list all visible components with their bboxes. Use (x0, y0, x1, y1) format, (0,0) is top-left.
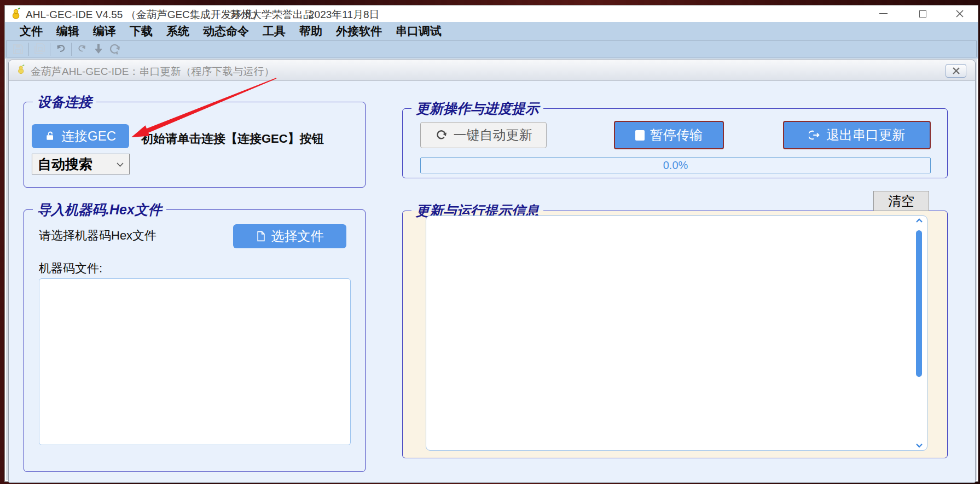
update-progress-group-title: 更新操作与进度提示 (411, 100, 543, 116)
serial-update-dialog: 金葫芦AHL-GEC-IDE：串口更新（程序下载与运行） 设备连接 (8, 60, 976, 483)
toolbar-inner (6, 40, 977, 57)
undo-icon (54, 43, 67, 56)
dialog-title: 金葫芦AHL-GEC-IDE：串口更新（程序下载与运行） (31, 65, 274, 79)
auto-update-button[interactable]: 一键自动更新 (420, 122, 547, 148)
update-progress-group: 更新操作与进度提示 一键自动更新 暂停传输 (402, 108, 948, 178)
minimize-icon (879, 13, 888, 14)
app-title: AHL-GEC-IDE V4.55 （金葫芦GEC集成开发环境） (26, 8, 263, 22)
menu-edit[interactable]: 编辑 (56, 24, 79, 39)
menu-download[interactable]: 下载 (130, 24, 153, 39)
save-all-icon (33, 43, 46, 56)
hex-import-group: 导入机器码.Hex文件 请选择机器码Hex文件 选择文件 机器码文件: (24, 209, 366, 472)
gourd-app-icon (10, 8, 22, 20)
redo-button[interactable] (74, 42, 90, 56)
auto-update-label: 一键自动更新 (454, 126, 532, 144)
undo-button[interactable] (53, 42, 69, 56)
log-group: 更新与运行提示信息 清空 (402, 211, 948, 458)
menu-serial-debug[interactable]: 串口调试 (396, 24, 442, 39)
pause-transfer-button[interactable]: 暂停传输 (614, 121, 724, 149)
log-scrollbar[interactable] (914, 218, 924, 448)
mdi-client: 金葫芦AHL-GEC-IDE：串口更新（程序下载与运行） 设备连接 (6, 59, 977, 480)
toolbar-separator (28, 43, 29, 56)
menu-dynamic-command[interactable]: 动态命令 (203, 24, 249, 39)
device-connect-group: 设备连接 连接GEC 初始请单击连接【连接GEC】按钮 自动搜索 (24, 102, 366, 188)
save-all-button[interactable] (31, 42, 48, 56)
scroll-up-icon[interactable] (915, 218, 923, 223)
desktop: AHL-GEC-IDE V4.55 （金葫芦GEC集成开发环境） 苏州大学荣誉出… (0, 0, 980, 484)
maximize-icon (919, 10, 926, 18)
pause-transfer-label: 暂停传输 (650, 126, 703, 144)
menu-compile[interactable]: 编译 (93, 24, 116, 39)
menubar: 文件 编辑 编译 下载 系统 动态命令 工具 帮助 外接软件 串口调试 (5, 22, 978, 40)
menu-help[interactable]: 帮助 (299, 24, 322, 39)
menu-tools[interactable]: 工具 (263, 24, 286, 39)
download-to-board-button[interactable] (90, 42, 107, 56)
stop-square-icon (635, 130, 645, 141)
exit-serial-update-label: 退出串口更新 (826, 126, 905, 144)
connect-hint: 初始请单击连接【连接GEC】按钮 (141, 131, 324, 147)
toolbar-separator (71, 43, 72, 56)
dialog-close-icon (953, 67, 960, 74)
scroll-down-icon[interactable] (915, 443, 923, 448)
download-icon (92, 43, 105, 56)
app-window: AHL-GEC-IDE V4.55 （金葫芦GEC集成开发环境） 苏州大学荣誉出… (4, 5, 978, 482)
log-textbox[interactable] (426, 215, 927, 451)
refresh-icon (108, 43, 121, 56)
app-date: 2023年11月8日 (309, 8, 380, 22)
redo-icon (76, 43, 88, 55)
menu-file[interactable]: 文件 (20, 24, 43, 39)
progress-bar: 0.0% (420, 158, 931, 173)
scrollbar-thumb[interactable] (916, 230, 922, 377)
hex-prompt: 请选择机器码Hex文件 (39, 228, 156, 244)
lock-icon (45, 131, 56, 142)
close-button[interactable] (947, 5, 972, 22)
progress-text: 0.0% (663, 159, 688, 172)
port-select-value: 自动搜索 (38, 155, 92, 173)
chevron-down-icon (117, 162, 124, 167)
exit-serial-update-button[interactable]: 退出串口更新 (783, 121, 931, 149)
file-icon (256, 231, 266, 242)
port-select[interactable]: 自动搜索 (32, 154, 130, 174)
maximize-button[interactable] (910, 5, 935, 22)
dialog-close-button[interactable] (946, 64, 966, 78)
hex-file-label: 机器码文件: (39, 260, 102, 277)
dialog-body: 设备连接 连接GEC 初始请单击连接【连接GEC】按钮 自动搜索 (9, 81, 975, 482)
refresh-button[interactable] (107, 42, 123, 56)
connect-gec-button[interactable]: 连接GEC (32, 124, 129, 148)
toolbar-separator (50, 43, 50, 56)
dialog-titlebar: 金葫芦AHL-GEC-IDE：串口更新（程序下载与运行） (9, 60, 975, 81)
minimize-button[interactable] (871, 5, 896, 22)
auto-update-refresh-icon (435, 129, 448, 142)
menu-system[interactable]: 系统 (166, 24, 189, 39)
hex-import-group-title: 导入机器码.Hex文件 (33, 201, 166, 218)
gourd-icon (16, 65, 26, 74)
window-titlebar: AHL-GEC-IDE V4.55 （金葫芦GEC集成开发环境） 苏州大学荣誉出… (5, 5, 978, 22)
close-icon (955, 9, 964, 18)
choose-file-label: 选择文件 (271, 228, 324, 245)
clear-log-button[interactable]: 清空 (873, 191, 929, 211)
save-icon (11, 43, 25, 56)
toolbar (5, 40, 978, 59)
connect-gec-label: 连接GEC (61, 127, 116, 145)
save-button[interactable] (10, 42, 26, 56)
choose-file-button[interactable]: 选择文件 (233, 224, 346, 248)
clear-log-label: 清空 (888, 193, 914, 210)
app-publisher: 苏州大学荣誉出品 (230, 8, 314, 22)
device-connect-group-title: 设备连接 (33, 94, 96, 110)
exit-icon (809, 129, 821, 141)
hex-file-textbox[interactable] (39, 278, 351, 445)
menu-external-software[interactable]: 外接软件 (336, 24, 382, 39)
